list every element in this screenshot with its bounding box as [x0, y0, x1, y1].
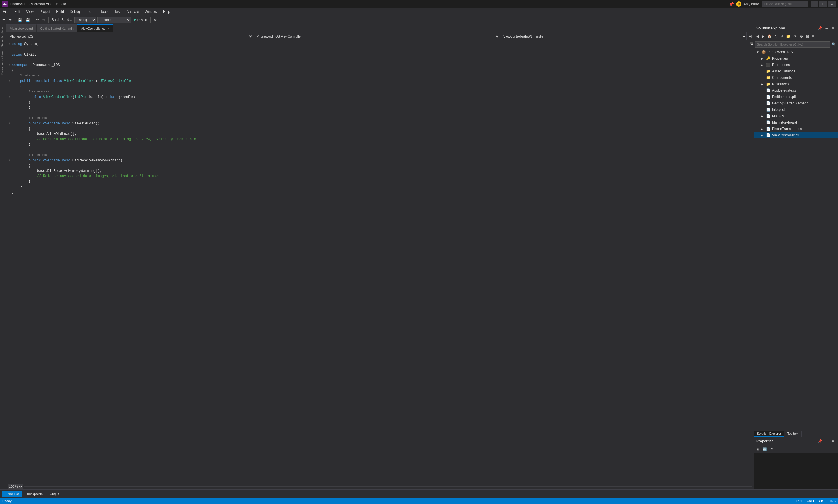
- menu-build[interactable]: Build: [53, 8, 67, 15]
- toolbar-back-btn[interactable]: ⬅: [1, 16, 6, 23]
- toolbar-redo-btn[interactable]: ↪: [41, 16, 47, 23]
- code-scrollbar[interactable]: ▲: [750, 40, 754, 483]
- tree-item-project[interactable]: ▼ 📦 Phoneword_iOS: [754, 49, 838, 55]
- fold-marker[interactable]: ▼: [9, 94, 12, 100]
- quick-launch-input[interactable]: [762, 1, 808, 7]
- tree-expand-maincs[interactable]: ▶: [761, 114, 766, 118]
- tree-item-phonetranslator[interactable]: ▶ 📄 PhoneTranslator.cs: [754, 126, 838, 132]
- props-sort-alpha-btn[interactable]: 🔤: [762, 447, 768, 452]
- tab-close-viewcontroller[interactable]: ✕: [107, 27, 110, 30]
- props-sort-cat-btn[interactable]: ⊞: [755, 447, 760, 452]
- maximize-button[interactable]: □: [819, 1, 827, 7]
- tree-expand-resources[interactable]: ▶: [761, 83, 766, 86]
- minimize-button[interactable]: ─: [810, 1, 818, 7]
- menu-help[interactable]: Help: [160, 8, 173, 15]
- tab-breakpoints[interactable]: Breakpoints: [22, 491, 46, 497]
- batch-build-btn[interactable]: Batch Build...: [50, 16, 73, 23]
- tab-main-storyboard[interactable]: Main.storyboard: [6, 24, 37, 32]
- toolbar-sep-4: [150, 17, 151, 23]
- menu-file[interactable]: File: [0, 8, 11, 15]
- tree-item-storyboard[interactable]: 📄 Main.storyboard: [754, 119, 838, 126]
- sol-preview-btn[interactable]: ⊞: [805, 34, 810, 39]
- code-line: [9, 110, 747, 115]
- play-button[interactable]: ▶ Device: [132, 17, 149, 22]
- tab-toolbox[interactable]: Toolbox: [784, 431, 802, 437]
- props-pin-btn[interactable]: 📌: [817, 438, 823, 444]
- tree-item-references[interactable]: ▶ ⬛ References: [754, 62, 838, 68]
- tab-error-list[interactable]: Error List: [2, 491, 22, 497]
- fold-marker[interactable]: ▼: [9, 78, 12, 84]
- tree-item-infoplist[interactable]: 📄 Info.plist: [754, 106, 838, 113]
- sol-back-btn[interactable]: ◀: [755, 34, 760, 39]
- sol-show-all-btn[interactable]: 👁: [792, 34, 798, 39]
- close-button[interactable]: ✕: [828, 1, 836, 7]
- tree-item-asset-catalogs[interactable]: 📁 Asset Catalogs: [754, 68, 838, 74]
- tree-item-properties[interactable]: ▶ 🔑 Properties: [754, 55, 838, 62]
- config-dropdown[interactable]: Debug Release: [74, 17, 96, 23]
- menu-debug[interactable]: Debug: [67, 8, 83, 15]
- tree-item-viewcontroller[interactable]: ▶ 📄 ViewController.cs: [754, 132, 838, 139]
- sol-properties-btn[interactable]: ⚙: [799, 34, 804, 39]
- sol-refresh-btn[interactable]: ↻: [773, 34, 779, 39]
- tab-output[interactable]: Output: [46, 491, 63, 497]
- panel-close-btn[interactable]: ✕: [831, 25, 836, 31]
- sol-settings-btn[interactable]: ≡: [810, 34, 815, 39]
- properties-header: Properties 📌 ─ ✕: [754, 437, 838, 445]
- fold-marker[interactable]: ▼: [9, 158, 12, 163]
- tree-expand-properties[interactable]: ▶: [761, 57, 766, 60]
- sol-new-folder-btn[interactable]: 📁: [785, 34, 792, 39]
- props-minimize-btn[interactable]: ─: [824, 438, 829, 444]
- menu-edit[interactable]: Edit: [11, 8, 23, 15]
- scroll-up-btn[interactable]: ▲: [750, 41, 753, 44]
- menu-test[interactable]: Test: [111, 8, 124, 15]
- server-explorer-tab[interactable]: Server Explorer: [0, 24, 6, 49]
- panel-minimize-btn[interactable]: ─: [824, 25, 829, 31]
- platform-dropdown[interactable]: iPhone iPhoneSimulator: [97, 17, 131, 23]
- tree-item-gettingstarted[interactable]: 📄 GettingStarted.Xamarin: [754, 100, 838, 106]
- props-settings-btn[interactable]: ⚙: [769, 447, 775, 452]
- tab-viewcontroller[interactable]: ViewController.cs ✕: [77, 24, 113, 32]
- tree-item-entitlements[interactable]: 📄 Entitlements.plist: [754, 94, 838, 100]
- code-content[interactable]: ▼ using System; using UIKit;: [6, 40, 750, 483]
- toolbar-save-all-btn[interactable]: 💾: [24, 16, 31, 23]
- fold-marker[interactable]: ▼: [9, 62, 12, 68]
- code-nav-expand[interactable]: ⊞: [747, 33, 754, 40]
- class-dropdown[interactable]: Phoneword_iOS.ViewController: [253, 32, 500, 40]
- sol-forward-btn[interactable]: ▶: [761, 34, 766, 39]
- tree-item-maincs[interactable]: ▶ 📄 Main.cs: [754, 113, 838, 119]
- tree-expand-viewcontroller[interactable]: ▶: [761, 134, 766, 137]
- tree-expand-project[interactable]: ▼: [756, 51, 761, 54]
- tree-item-appdelegate[interactable]: 📄 AppDelegate.cs: [754, 87, 838, 94]
- menu-team[interactable]: Team: [83, 8, 97, 15]
- tree-item-components[interactable]: 📁 Components: [754, 74, 838, 81]
- toolbar-forward-btn[interactable]: ➡: [7, 16, 13, 23]
- horizontal-scrollbar[interactable]: [24, 486, 752, 487]
- tab-solution-explorer[interactable]: Solution Explorer: [754, 431, 784, 437]
- tree-expand-phonetranslator[interactable]: ▶: [761, 127, 766, 130]
- zoom-select[interactable]: 100 %: [7, 484, 23, 489]
- sol-home-btn[interactable]: 🏠: [766, 34, 773, 39]
- menu-tools[interactable]: Tools: [97, 8, 111, 15]
- sol-sync-btn[interactable]: ⇄: [779, 34, 784, 39]
- panel-pin-btn[interactable]: 📌: [817, 25, 823, 31]
- pin-icon[interactable]: 📌: [729, 2, 734, 6]
- toolbar-undo-btn[interactable]: ↩: [35, 16, 40, 23]
- menu-project[interactable]: Project: [37, 8, 53, 15]
- props-close-btn[interactable]: ✕: [831, 438, 836, 444]
- method-dropdown[interactable]: ViewController(IntPtr handle): [500, 32, 747, 40]
- menu-window[interactable]: Window: [142, 8, 160, 15]
- menu-analyze[interactable]: Analyze: [124, 8, 142, 15]
- toolbar-save-btn[interactable]: 💾: [17, 16, 23, 23]
- sol-search-btn[interactable]: 🔍: [831, 41, 837, 48]
- code-line: ▼ public override void ViewDidLoad(): [9, 121, 747, 126]
- fold-marker[interactable]: ▼: [9, 121, 12, 126]
- document-outline-tab[interactable]: Document Outline: [0, 49, 6, 77]
- menu-view[interactable]: View: [23, 8, 37, 15]
- tree-item-resources[interactable]: ▶ 📁 Resources: [754, 81, 838, 87]
- toolbar-extras[interactable]: ⚙: [153, 16, 158, 23]
- tree-expand-references[interactable]: ▶: [761, 64, 766, 67]
- sol-search-input[interactable]: [755, 41, 831, 48]
- namespace-dropdown[interactable]: Phoneword_iOS: [6, 32, 253, 40]
- fold-marker[interactable]: ▼: [9, 41, 12, 47]
- tab-getting-started[interactable]: GettingStarted.Xamarin: [37, 24, 77, 32]
